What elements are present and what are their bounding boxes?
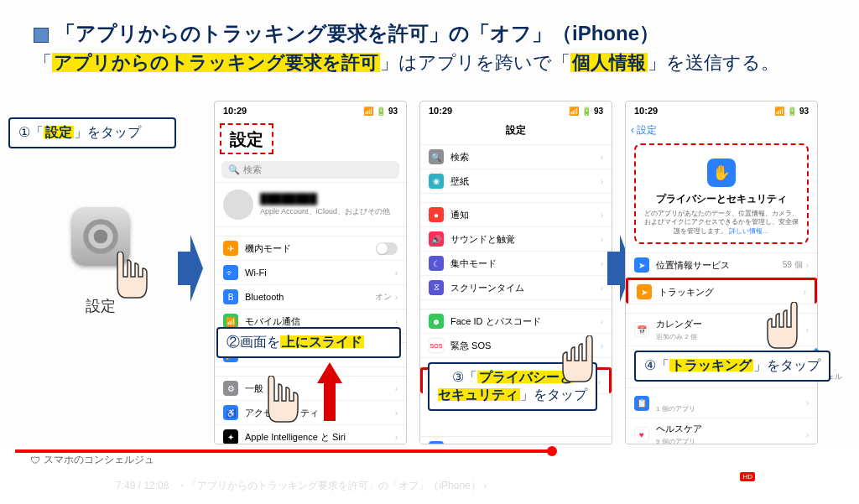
sounds-icon: 🔊	[429, 231, 444, 247]
autoplay-toggle[interactable]	[664, 475, 685, 496]
chapter-title[interactable]: ・「アプリからのトラッキング要求を許可」の「オフ」（iPhone） ›	[177, 479, 487, 493]
calendar-icon: 📅	[634, 322, 649, 337]
arrow-right-icon	[178, 235, 203, 302]
row-wallpaper: ❀壁紙›	[420, 169, 612, 193]
settings-header: 設定	[220, 123, 273, 154]
row-group: ●通知› 🔊サウンドと触覚› ☾集中モード› ⧖スクリーンタイム›	[420, 202, 612, 300]
row-wifi: ᯤWi-Fi›	[215, 261, 406, 285]
svg-rect-11	[796, 482, 809, 489]
search-icon: 🔍	[429, 149, 444, 164]
row-accessibility: ♿アクセシビリティ›	[215, 401, 406, 425]
row-sounds: 🔊サウンドと触覚›	[420, 227, 612, 252]
airplane-icon: ✈	[223, 241, 238, 256]
controls-row: 7:49 / 12:08 ・「アプリからのトラッキング要求を許可」の「オフ」（i…	[0, 467, 859, 504]
pointing-hand-icon	[101, 252, 151, 310]
row-bluetooth: BBluetoothオン›	[215, 285, 406, 309]
slide-title: 「アプリからのトラッキング要求を許可」の「オフ」（iPhone）	[34, 20, 659, 47]
page-header: 設定	[420, 120, 612, 141]
pointing-hand-icon	[252, 376, 302, 434]
progress-fill	[15, 449, 552, 453]
row-group: 🔍検索› ❀壁紙›	[420, 144, 612, 194]
screentime-icon: ⧖	[429, 280, 444, 295]
settings-button[interactable]: HD	[728, 475, 748, 496]
svg-rect-7	[707, 485, 711, 486]
fullscreen-button[interactable]	[824, 475, 844, 496]
row-group-general: ⚙一般› ♿アクセシビリティ› ✦Apple Intelligence と Si…	[215, 376, 406, 444]
video-frame: 「アプリからのトラッキング要求を許可」の「オフ」（iPhone） 「アプリからの…	[0, 0, 859, 504]
svg-point-4	[669, 484, 674, 488]
chevron-right-icon: ›	[483, 480, 487, 491]
status-bar: 10:29 📶 🔋93	[626, 101, 817, 120]
row-focus: ☾集中モード›	[420, 252, 612, 276]
account-subtitle: Apple Account、iCloud、およびその他	[260, 206, 390, 217]
row-group: ▦アプリ›	[420, 436, 612, 444]
privacy-card: ✋ プライバシーとセキュリティ どのアプリがあなたのデータ、位置情報、カメラ、お…	[634, 143, 809, 244]
health-icon: ♥	[634, 427, 649, 442]
privacy-card-desc: どのアプリがあなたのデータ、位置情報、カメラ、およびマイクにアクセスできるかを管…	[643, 210, 800, 236]
status-time: 10:29	[223, 106, 247, 116]
phone-screenshot-1: 10:29 📶 🔋93 設定 🔍検索 ████████ Apple Accoun…	[214, 101, 407, 444]
faceid-icon: ☻	[429, 314, 444, 329]
clipboard-icon: 📋	[634, 396, 649, 411]
row-group: 📋 1 個のアプリ› ♥ヘルスケア9 個のアプリ› ⌂HomeKitなし›	[626, 387, 817, 444]
pointing-hand-icon	[559, 335, 609, 394]
location-icon: ➤	[634, 257, 649, 273]
privacy-card-title: プライバシーとセキュリティ	[643, 192, 800, 206]
row-search: 🔍検索›	[420, 145, 612, 169]
player-controls: 7:49 / 12:08 ・「アプリからのトラッキング要求を許可」の「オフ」（i…	[0, 449, 859, 504]
wallpaper-icon: ❀	[429, 174, 444, 189]
time-display: 7:49 / 12:08	[116, 480, 169, 491]
row-airplane: ✈機内モード	[215, 236, 406, 261]
chevron-icon: ›	[395, 268, 398, 278]
search-field: 🔍検索	[221, 161, 399, 179]
volume-button[interactable]	[79, 474, 102, 497]
search-icon: 🔍	[228, 164, 240, 175]
row-notifications: ●通知›	[420, 203, 612, 227]
title-marker-icon	[34, 28, 49, 43]
row-siri: ✦Apple Intelligence と Siri›	[215, 425, 406, 444]
play-button[interactable]	[15, 474, 39, 497]
row-group-connectivity: ✈機内モード ᯤWi-Fi› BBluetoothオン› 📶モバイル通信›	[215, 236, 406, 334]
toggle	[376, 242, 398, 255]
svg-point-2	[94, 230, 108, 244]
svg-point-8	[737, 484, 741, 488]
general-icon: ⚙	[223, 381, 238, 396]
tracking-icon: ➤	[637, 284, 652, 299]
step1-column: ①「設定」をタップ 設定	[17, 134, 185, 316]
slide-title-text: 「アプリからのトラッキング要求を許可」の「オフ」（iPhone）	[55, 22, 659, 44]
focus-icon: ☾	[429, 256, 444, 271]
avatar	[223, 190, 253, 220]
hand-icon: ✋	[707, 158, 736, 187]
row-apps: ▦アプリ›	[420, 437, 612, 444]
row-health: ♥ヘルスケア9 個のアプリ›	[626, 418, 817, 444]
status-bar: 10:29 📶 🔋93	[215, 101, 406, 120]
captions-button[interactable]	[696, 475, 716, 496]
row-location: ➤位置情報サービス59 個›	[626, 253, 817, 278]
callout-step1: ①「設定」をタップ	[8, 117, 176, 148]
row-screentime: ⧖スクリーンタイム›	[420, 276, 612, 299]
row-group: ➤位置情報サービス59 個› ➤トラッキング›	[626, 252, 817, 304]
progress-handle[interactable]	[547, 446, 557, 456]
svg-rect-6	[702, 485, 705, 486]
row-faceid: ☻Face ID とパスコード›	[420, 309, 612, 334]
progress-bar[interactable]	[15, 449, 844, 453]
miniplayer-button[interactable]	[760, 475, 780, 496]
row-general: ⚙一般›	[215, 377, 406, 401]
slide-subtitle: 「アプリからのトラッキング要求を許可」はアプリを跨いで「個人情報」を送信する。	[34, 50, 779, 75]
bluetooth-icon: B	[223, 289, 238, 304]
sos-icon: SOS	[429, 338, 444, 353]
accessibility-icon: ♿	[223, 405, 238, 420]
notifications-icon: ●	[429, 207, 444, 222]
page-header: ‹ 設定	[626, 120, 817, 138]
theater-button[interactable]	[792, 475, 812, 496]
next-button[interactable]	[47, 474, 70, 497]
apps-icon: ▦	[429, 441, 444, 444]
row-item: 📋 1 個のアプリ›	[626, 388, 817, 418]
hd-badge: HD	[740, 472, 755, 481]
wifi-icon: ᯤ	[223, 265, 238, 280]
status-bar: 10:29 📶 🔋93	[420, 101, 612, 120]
account-name-blur: ████████	[260, 193, 390, 205]
status-icons: 📶 🔋93	[363, 107, 398, 116]
svg-rect-5	[700, 481, 713, 490]
back-link: ‹ 設定	[631, 123, 657, 138]
